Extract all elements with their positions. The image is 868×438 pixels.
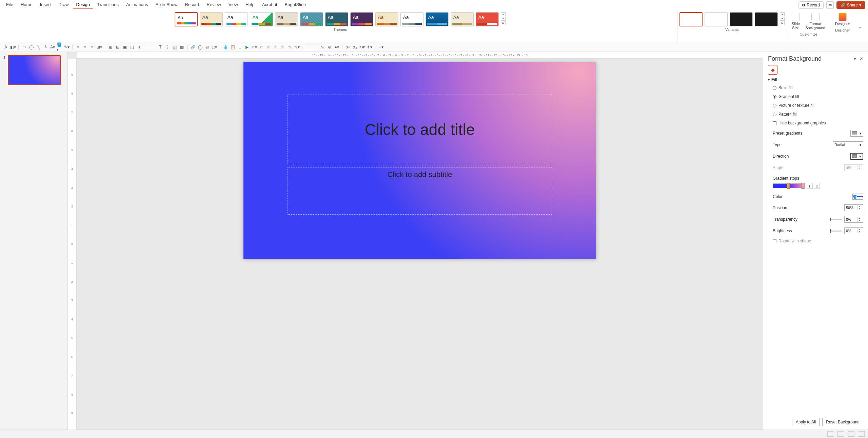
pane-options-icon[interactable]: ▾: [854, 56, 856, 61]
reset-background-button[interactable]: Reset Background: [822, 418, 863, 426]
qat-align-center-icon[interactable]: ≡: [82, 44, 88, 50]
menu-tab-home[interactable]: Home: [17, 1, 36, 9]
variant-2[interactable]: [705, 12, 728, 26]
qat-align-objects-icon[interactable]: ⫞: [136, 44, 142, 50]
qat-donut-icon[interactable]: ◌▾: [211, 44, 217, 50]
menu-tab-record[interactable]: Record: [181, 1, 202, 9]
qat-align-left-icon[interactable]: ≡: [75, 44, 81, 50]
menu-tab-view[interactable]: View: [225, 1, 241, 9]
slide-size-button[interactable]: Slide Size: [789, 12, 803, 31]
designer-button[interactable]: Designer: [832, 12, 853, 27]
fill-tab-icon[interactable]: ◆: [768, 65, 777, 75]
qat-link-icon[interactable]: 🔗: [190, 44, 196, 50]
theme-swatch-9[interactable]: Aa: [375, 12, 398, 26]
qat-group-icon[interactable]: ⊞: [107, 44, 114, 50]
theme-swatch-3[interactable]: Aa: [225, 12, 248, 26]
slide[interactable]: Click to add title Click to add subtitle: [243, 62, 596, 259]
gradient-stop-handle[interactable]: [787, 183, 790, 189]
title-placeholder[interactable]: Click to add title: [288, 95, 552, 164]
record-button[interactable]: Record: [798, 1, 824, 9]
qat-star4-icon[interactable]: ☆: [272, 44, 278, 50]
menu-tab-slide-show[interactable]: Slide Show: [152, 1, 181, 9]
theme-scroll-up[interactable]: ▴: [501, 12, 506, 16]
menu-tab-help[interactable]: Help: [242, 1, 258, 9]
qat-eyedrop-icon[interactable]: 💧: [222, 44, 229, 50]
qat-chart-icon[interactable]: 📊: [172, 44, 178, 50]
qat-star6-icon[interactable]: ☆: [287, 44, 293, 50]
qat-circle-icon[interactable]: ●▾: [334, 44, 340, 50]
brightness-field[interactable]: ▲▼: [844, 227, 863, 234]
qat-star2-icon[interactable]: ☆: [258, 44, 264, 50]
menu-tab-insert[interactable]: Insert: [37, 1, 55, 9]
share-button[interactable]: 🔗 Share ▾: [836, 1, 865, 9]
gradient-fill-radio[interactable]: Gradient fill: [768, 94, 863, 100]
qat-ring-icon[interactable]: ◎: [204, 44, 210, 50]
qat-text-icon[interactable]: T: [157, 44, 163, 50]
view-slideshow-icon[interactable]: [858, 431, 865, 437]
variant-expand[interactable]: ⊟: [780, 21, 785, 25]
stop-color-button[interactable]: 🪣▾: [852, 194, 863, 200]
qat-send-back-icon[interactable]: ▢: [129, 44, 135, 50]
transparency-slider[interactable]: [830, 219, 842, 220]
qat-more-icon[interactable]: ⋯▾: [377, 44, 383, 50]
transparency-field[interactable]: ▲▼: [844, 216, 863, 223]
qat-fontcolor-icon[interactable]: A▾: [50, 44, 56, 50]
menu-tab-review[interactable]: Review: [203, 1, 224, 9]
theme-swatch-11[interactable]: Aa: [426, 12, 449, 26]
qat-crop-icon[interactable]: ⟂: [237, 44, 243, 50]
variant-scroll-up[interactable]: ▴: [780, 12, 785, 16]
theme-swatch-2[interactable]: Aa: [200, 12, 223, 26]
variant-scroll-down[interactable]: ▾: [780, 17, 785, 21]
theme-swatch-4[interactable]: Aa: [250, 12, 273, 26]
view-reading-icon[interactable]: [848, 431, 854, 437]
qat-paste-icon[interactable]: 📋: [230, 44, 236, 50]
qat-connector-icon[interactable]: └: [42, 44, 48, 50]
hide-graphics-check[interactable]: Hide background graphics: [768, 120, 863, 126]
qat-bullet-icon[interactable]: ⋮: [164, 44, 171, 50]
slide-thumbnail-1[interactable]: [8, 55, 61, 85]
qat-distribute-v-icon[interactable]: ⫟: [150, 44, 156, 50]
qat-bring-front-icon[interactable]: ▣: [122, 44, 128, 50]
qat-rect-icon[interactable]: ▭: [21, 44, 27, 50]
pattern-fill-radio[interactable]: Pattern fill: [768, 111, 863, 117]
format-background-button[interactable]: Format Background: [803, 12, 828, 31]
menu-tab-file[interactable]: File: [3, 1, 17, 9]
variant-4[interactable]: [755, 12, 778, 26]
qat-duration-field[interactable]: [305, 44, 318, 50]
ribbon-collapse-icon[interactable]: ⌄: [855, 24, 865, 29]
canvas[interactable]: Click to add title Click to add subtitle: [77, 59, 763, 430]
qat-star1-icon[interactable]: ☆▾: [251, 44, 257, 50]
variant-1[interactable]: [679, 12, 703, 26]
qat-bright-icon[interactable]: ☀▾: [366, 44, 372, 50]
gradient-stops-track[interactable]: [773, 183, 805, 188]
theme-scroll-down[interactable]: ▾: [501, 17, 506, 21]
theme-swatch-12[interactable]: Aa: [451, 12, 474, 26]
variant-3[interactable]: [730, 12, 753, 26]
qat-crop2-icon[interactable]: ⤡: [319, 44, 326, 50]
subtitle-placeholder[interactable]: Click to add subtitle: [288, 167, 552, 215]
remove-stop-button[interactable]: ▯: [814, 183, 820, 189]
qat-distribute-h-icon[interactable]: ⫠: [143, 44, 149, 50]
qat-align-right-icon[interactable]: ≡: [89, 44, 95, 50]
theme-swatch-10[interactable]: Aa: [400, 12, 423, 26]
gradient-stop-handle-2[interactable]: [801, 183, 805, 189]
theme-swatch-8[interactable]: Aa: [350, 12, 373, 26]
add-stop-button[interactable]: ▮: [807, 183, 813, 189]
qat-ungroup-icon[interactable]: ⊟: [115, 44, 121, 50]
theme-swatch-6[interactable]: Aa: [300, 12, 323, 26]
present-mode-icon[interactable]: ▭: [826, 1, 834, 9]
menu-tab-animations[interactable]: Animations: [123, 1, 151, 9]
gradient-direction-dropdown[interactable]: ▾: [850, 153, 863, 160]
qat-star7-icon[interactable]: ☆▾: [294, 44, 300, 50]
solid-fill-radio[interactable]: Solid fill: [768, 85, 863, 91]
theme-swatch-13[interactable]: Aa: [476, 12, 499, 26]
menu-tab-draw[interactable]: Draw: [55, 1, 72, 9]
qat-table-icon[interactable]: ▦: [179, 44, 185, 50]
brightness-slider[interactable]: [830, 231, 842, 232]
gradient-type-dropdown[interactable]: Radial▾: [833, 141, 863, 148]
qat-shapes-icon[interactable]: ◧▾: [10, 44, 16, 50]
qat-anim-icon[interactable]: ▶: [244, 44, 250, 50]
theme-swatch-5[interactable]: Aa: [275, 12, 298, 26]
qat-oval-icon[interactable]: ◯: [28, 44, 34, 50]
pane-close-icon[interactable]: ✕: [860, 56, 863, 61]
